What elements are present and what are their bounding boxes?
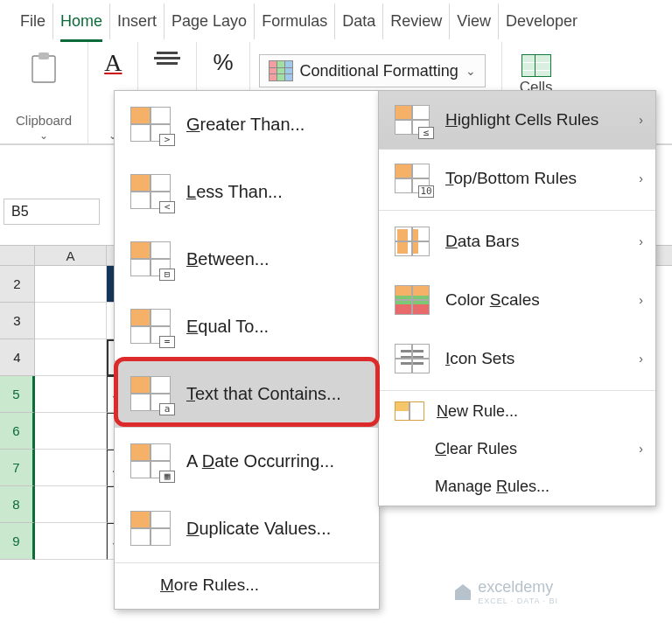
column-header-a[interactable]: A (35, 246, 107, 265)
separator (379, 210, 655, 211)
icon-sets-icon (395, 344, 430, 373)
svg-marker-8 (455, 584, 471, 600)
tab-review[interactable]: Review (383, 3, 450, 39)
watermark-brand: exceldemy (478, 578, 553, 596)
watermark: exceldemy EXCEL · DATA · BI (453, 578, 558, 605)
menu-item-new-rule[interactable]: New Rule... (379, 393, 655, 430)
watermark-icon (453, 583, 472, 602)
menu-item-duplicate-values[interactable]: Duplicate Values... (115, 495, 379, 562)
menu-item-color-scales[interactable]: Color Scales › (379, 271, 655, 330)
less-than-icon: < (130, 174, 171, 209)
cell[interactable] (35, 266, 107, 303)
conditional-formatting-label: Conditional Formatting (300, 62, 458, 80)
tab-file[interactable]: File (13, 3, 53, 39)
group-clipboard-label: Clipboard (16, 113, 72, 128)
menu-item-manage-rules[interactable]: Manage Rules... (379, 468, 655, 506)
between-icon: ⊟ (130, 241, 171, 276)
cell[interactable] (35, 376, 107, 413)
clipboard-icon (25, 49, 62, 86)
watermark-tagline: EXCEL · DATA · BI (478, 597, 558, 605)
data-bars-icon (395, 227, 430, 256)
cell[interactable] (35, 450, 107, 486)
menu-item-equal-to[interactable]: = Equal To... (115, 293, 379, 360)
cell[interactable] (35, 413, 107, 450)
menu-conditional-formatting: ≤ Highlight Cells Rules › 10 Top/Bottom … (378, 90, 656, 506)
menu-item-greater-than[interactable]: > Greater Than... (115, 91, 379, 158)
chevron-down-icon: ⌄ (466, 64, 476, 78)
highlight-cells-icon: ≤ (395, 105, 430, 135)
manage-rules-icon (395, 477, 423, 496)
tab-developer[interactable]: Developer (499, 3, 584, 39)
tab-formulas[interactable]: Formulas (255, 3, 335, 39)
name-box-value: B5 (11, 204, 29, 220)
row-header[interactable]: 9 (0, 523, 35, 560)
conditional-formatting-button[interactable]: Conditional Formatting ⌄ (259, 54, 486, 87)
font-color-button[interactable]: A (104, 49, 122, 77)
cell[interactable] (35, 486, 107, 523)
chevron-down-icon[interactable]: ⌄ (16, 129, 72, 142)
row-header[interactable]: 7 (0, 450, 35, 486)
equal-to-icon: = (130, 309, 171, 344)
menu-item-clear-rules[interactable]: Clear Rules › (379, 430, 655, 468)
menu-item-between[interactable]: ⊟ Between... (115, 226, 379, 293)
chevron-right-icon: › (639, 293, 643, 307)
cell[interactable] (35, 523, 107, 560)
menu-item-more-rules[interactable]: More Rules... (115, 562, 379, 609)
chevron-right-icon: › (639, 352, 643, 366)
row-header[interactable]: 8 (0, 486, 35, 523)
conditional-formatting-icon (269, 60, 293, 81)
percent-style-button[interactable]: % (213, 49, 233, 76)
new-rule-icon (395, 401, 424, 421)
menu-item-top-bottom-rules[interactable]: 10 Top/Bottom Rules › (379, 150, 655, 208)
row-header[interactable]: 2 (0, 266, 35, 303)
ribbon-tab-strip: File Home Insert Page Layo Formulas Data… (0, 0, 672, 42)
tab-view[interactable]: View (450, 3, 499, 39)
menu-item-icon-sets[interactable]: Icon Sets › (379, 330, 655, 388)
text-contains-icon: a (130, 376, 171, 411)
color-scales-icon (395, 285, 430, 315)
submenu-highlight-cells-rules: > Greater Than... < Less Than... ⊟ Betwe… (114, 90, 380, 610)
separator (379, 390, 655, 391)
svg-rect-1 (38, 52, 49, 59)
date-occurring-icon: ▦ (130, 443, 171, 478)
chevron-right-icon: › (639, 171, 643, 185)
chevron-right-icon: › (639, 442, 643, 456)
menu-item-less-than[interactable]: < Less Than... (115, 158, 379, 226)
row-header[interactable]: 3 (0, 303, 35, 339)
paste-button[interactable] (16, 49, 72, 90)
top-bottom-icon: 10 (395, 164, 430, 193)
name-box[interactable]: B5 (4, 199, 100, 225)
clear-rules-icon (395, 439, 423, 458)
row-header[interactable]: 6 (0, 413, 35, 450)
tab-home[interactable]: Home (53, 3, 110, 39)
group-clipboard: Clipboard ⌄ (0, 42, 88, 143)
row-header[interactable]: 5 (0, 376, 35, 413)
menu-item-date-occurring[interactable]: ▦ A Date Occurring... (115, 428, 379, 495)
insert-cells-icon[interactable] (522, 54, 551, 77)
row-header[interactable]: 4 (0, 339, 35, 376)
select-all-corner[interactable] (0, 246, 35, 265)
tab-data[interactable]: Data (335, 3, 383, 39)
cell[interactable] (35, 339, 107, 376)
menu-item-highlight-cells-rules[interactable]: ≤ Highlight Cells Rules › (379, 91, 655, 150)
chevron-right-icon: › (639, 234, 643, 248)
chevron-right-icon: › (639, 113, 643, 127)
tab-insert[interactable]: Insert (110, 3, 164, 39)
cell[interactable] (35, 303, 107, 339)
greater-than-icon: > (130, 107, 171, 142)
menu-item-data-bars[interactable]: Data Bars › (379, 213, 655, 271)
svg-rect-0 (32, 56, 55, 82)
align-center-button[interactable] (154, 49, 180, 67)
tab-page-layout[interactable]: Page Layo (164, 3, 255, 39)
duplicate-values-icon (130, 511, 171, 546)
menu-item-text-that-contains[interactable]: a Text that Contains... (115, 360, 379, 428)
